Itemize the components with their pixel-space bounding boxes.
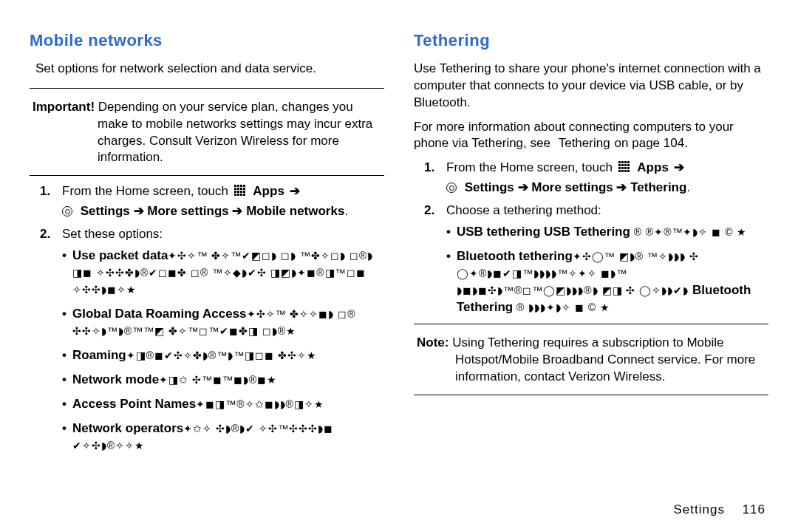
right-column: Tethering Use Tethering to share your ph… <box>414 30 768 517</box>
svg-rect-1 <box>234 185 236 187</box>
option-glyphs: ✦◼◨™®✧✩◼◗◗®◨✧★ <box>196 398 324 410</box>
step-2: 2. Choose a tethering method: USB tether… <box>424 202 768 316</box>
svg-rect-5 <box>234 188 236 190</box>
steps-list: 1. From the Home screen, touch Apps ➔ <box>414 160 768 316</box>
svg-rect-4 <box>243 185 245 187</box>
apps-icon <box>233 184 247 197</box>
options-list: USB tethering USB Tethering ® ®✦®™✦◗✧ ◼ … <box>446 224 768 316</box>
option-label: Global Data Roaming Access <box>72 307 247 321</box>
option-glyphs-post: ® ®✦®™✦◗✧ ◼ © ★ <box>634 226 748 238</box>
heading-tethering: Tethering <box>414 30 768 52</box>
important-label: Important! <box>33 100 95 114</box>
svg-rect-25 <box>618 167 621 169</box>
step-prefix: From the Home screen, touch <box>446 160 613 174</box>
svg-rect-23 <box>624 164 627 166</box>
steps-list: 1. From the Home screen, touch Apps ➔ <box>30 183 384 454</box>
more-info: For more information about connecting co… <box>414 119 768 153</box>
svg-rect-12 <box>243 191 245 193</box>
option-label: USB tethering <box>457 225 540 239</box>
list-item: Roaming✦◨®◼✔✣✧✤◗®™◗™◨◻◼ ✤✣✧★ <box>62 347 384 364</box>
svg-rect-7 <box>240 188 242 190</box>
list-item: Network mode✦◨✩ ✣™◼™◼◗®◼★ <box>62 372 384 389</box>
settings-icon <box>62 206 72 216</box>
rule-bottom <box>414 395 768 395</box>
list-item: Bluetooth tethering✦✣◯™ ◩◗® ™✧◗◗◗ ✣ ◯✦®◗… <box>446 248 768 316</box>
step-1: 1. From the Home screen, touch Apps ➔ <box>424 160 768 197</box>
svg-rect-10 <box>237 191 239 193</box>
svg-rect-8 <box>243 188 245 190</box>
step-tail: . <box>344 204 348 218</box>
svg-rect-2 <box>237 185 239 187</box>
apps-label: Apps <box>253 184 284 198</box>
apps-icon <box>618 160 631 174</box>
option-sublabel: USB Tethering <box>544 225 630 239</box>
rule-top <box>30 88 384 89</box>
important-box: Important! Depending on your service pla… <box>30 96 384 173</box>
intro-text: Set options for network selection and da… <box>35 61 384 78</box>
footer-section: Settings <box>673 502 724 516</box>
step-2: 2. Set these options: Use packet data✦✣✧… <box>40 226 384 454</box>
svg-rect-26 <box>621 167 624 169</box>
svg-rect-22 <box>621 164 624 166</box>
svg-rect-31 <box>624 170 627 172</box>
intro-text: Use Tethering to share your phone's inte… <box>414 61 768 112</box>
breadcrumb-path: Settings ➔ More settings ➔ Tethering <box>465 180 687 194</box>
svg-rect-28 <box>627 167 630 169</box>
step-number: 1. <box>424 160 434 177</box>
step-tail: . <box>686 180 690 194</box>
svg-rect-27 <box>624 167 627 169</box>
svg-rect-19 <box>624 161 627 163</box>
svg-rect-15 <box>240 194 242 196</box>
arrow-icon: ➔ <box>672 160 686 177</box>
list-item: Access Point Names✦◼◨™®✧✩◼◗◗®◨✧★ <box>62 396 384 413</box>
list-item: Global Data Roaming Access✦✣✧™ ✤✧✧◼◗ ◻® … <box>62 306 384 340</box>
svg-rect-13 <box>234 194 236 196</box>
svg-rect-11 <box>240 191 242 193</box>
option-label: Network mode <box>72 372 159 386</box>
option-glyphs: ✦◨®◼✔✣✧✤◗®™◗™◨◻◼ ✤✣✧★ <box>126 349 318 361</box>
page-footer: Settings 116 <box>673 502 765 519</box>
svg-rect-9 <box>234 191 236 193</box>
breadcrumb-path: Settings ➔ More settings ➔ Mobile networ… <box>81 204 345 218</box>
rule-bottom <box>30 175 384 176</box>
step-text: Choose a tethering method: <box>446 203 601 217</box>
svg-rect-16 <box>243 194 245 196</box>
cross-ref-link[interactable]: Tethering <box>554 136 615 150</box>
svg-rect-18 <box>621 161 624 163</box>
step-1: 1. From the Home screen, touch Apps ➔ <box>40 183 384 220</box>
svg-rect-30 <box>621 170 624 172</box>
svg-rect-21 <box>618 164 621 166</box>
rule-top <box>414 324 768 324</box>
svg-rect-14 <box>237 194 239 196</box>
note-body: Using Tethering requires a subscription … <box>452 335 755 383</box>
option-label: Roaming <box>72 348 126 362</box>
important-body: Depending on your service plan, changes … <box>98 100 372 165</box>
option-glyphs: ✦◨✩ ✣™◼™◼◗®◼★ <box>159 374 277 386</box>
step-number: 2. <box>40 226 50 243</box>
option-glyphs-post: ® ◗◗◗✦◗✧ ◼ © ★ <box>516 301 610 313</box>
option-label: Access Point Names <box>72 397 196 411</box>
more-suffix: on page 104. <box>615 136 688 150</box>
arrow-icon: ➔ <box>288 183 301 200</box>
apps-label: Apps <box>637 160 669 174</box>
svg-rect-3 <box>240 185 242 187</box>
step-text: Set these options: <box>62 227 163 241</box>
option-label: Use packet data <box>72 248 168 262</box>
step-number: 2. <box>424 202 434 219</box>
svg-rect-29 <box>618 170 621 172</box>
list-item: Use packet data✦✣✧™ ✤✧™✔◩◻◗ ◻◗ ™✤✧◻◗ ◻®◗… <box>62 248 384 299</box>
svg-rect-20 <box>627 161 630 163</box>
list-item: Network operators✦✩✧ ✣◗®◗✔ ✧✣™✣✣✣◗◼ ✔✧✣◗… <box>62 420 384 454</box>
svg-rect-24 <box>627 164 630 166</box>
settings-icon <box>446 183 457 193</box>
step-prefix: From the Home screen, touch <box>62 184 228 198</box>
left-column: Mobile networks Set options for network … <box>30 30 384 517</box>
svg-rect-32 <box>627 170 630 172</box>
note-label: Note: <box>417 335 449 349</box>
step-number: 1. <box>40 183 50 200</box>
option-label: Network operators <box>72 421 183 435</box>
svg-rect-17 <box>618 161 621 163</box>
note-box: Note: Using Tethering requires a subscri… <box>414 332 768 392</box>
heading-mobile-networks: Mobile networks <box>30 30 384 52</box>
options-list: Use packet data✦✣✧™ ✤✧™✔◩◻◗ ◻◗ ™✤✧◻◗ ◻®◗… <box>62 248 384 454</box>
